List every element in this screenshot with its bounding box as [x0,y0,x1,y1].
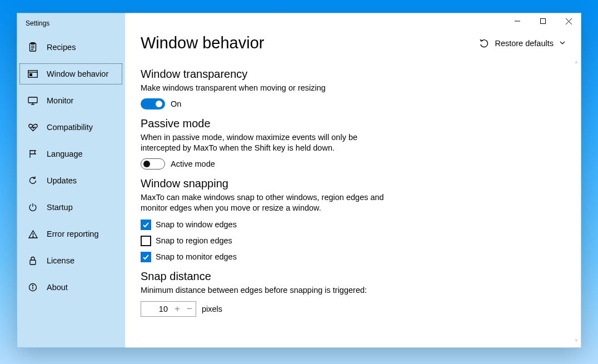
sidebar-item-window-behavior[interactable]: Window behavior [17,61,125,87]
sidebar-item-label: Startup [47,203,73,212]
distance-desc: Minimum distance between edges before sn… [141,285,387,296]
close-button[interactable] [556,13,581,29]
svg-point-17 [32,285,33,286]
page-title: Window behavior [141,34,479,52]
page-header: Window behavior Restore defaults [125,29,581,58]
snap-region-edges-checkbox[interactable] [141,236,151,246]
nav-list: Recipes Window behavior Monitor Compatib… [17,31,125,301]
transparency-toggle-label: On [171,99,181,108]
settings-window: Settings Recipes Window behavior Monitor [17,13,581,348]
flag-icon [27,149,39,158]
sidebar-item-error-reporting[interactable]: Error reporting [17,221,125,247]
snap-monitor-edges-checkbox[interactable] [141,252,151,262]
sidebar-item-label: Recipes [47,43,76,52]
monitor-icon [27,97,39,105]
sidebar-item-label: Error reporting [47,230,98,238]
sidebar-item-monitor[interactable]: Monitor [17,87,125,114]
snap-region-edges-label: Snap to region edges [156,236,232,245]
titlebar [125,13,581,29]
svg-rect-7 [29,73,32,76]
minimize-button[interactable] [505,13,530,29]
warning-icon [27,230,39,238]
content: Window transparency Make windows transpa… [125,58,403,317]
sidebar-item-language[interactable]: Language [17,141,125,167]
snapping-desc: MaxTo can make windows snap to other win… [141,192,387,214]
transparency-title: Window transparency [141,68,387,81]
sidebar-item-updates[interactable]: Updates [17,167,125,194]
refresh-icon [27,176,39,185]
sidebar-item-startup[interactable]: Startup [17,194,125,221]
sidebar-item-label: Language [47,149,83,158]
sidebar-item-license[interactable]: License [17,247,125,274]
maximize-button[interactable] [530,13,556,29]
restore-defaults-button[interactable]: Restore defaults [479,38,566,48]
sidebar-item-compatibility[interactable]: Compatibility [17,114,125,141]
transparency-desc: Make windows transparent when moving or … [141,83,387,94]
snap-window-edges-checkbox[interactable] [141,220,151,230]
passive-title: Passive mode [141,117,387,130]
lock-icon [27,256,39,265]
power-icon [27,203,39,212]
distance-unit-label: pixels [202,305,222,313]
heart-icon [27,123,39,132]
window-icon [27,70,39,78]
svg-rect-8 [28,97,37,103]
sidebar: Settings Recipes Window behavior Monitor [17,13,125,348]
snap-distance-value: 10 [141,305,171,313]
sidebar-item-recipes[interactable]: Recipes [17,34,125,61]
passive-toggle-label: Active mode [171,159,215,168]
sidebar-item-label: About [47,283,68,292]
clipboard-icon [27,42,39,52]
stepper-increment[interactable]: + [171,302,183,316]
svg-rect-15 [30,260,36,265]
scroll-up-arrow-icon[interactable]: ▲ [574,58,579,64]
sidebar-item-label: License [47,256,74,265]
chevron-down-icon [559,39,566,48]
snap-distance-stepper[interactable]: 10 + − [141,301,196,317]
sidebar-item-label: Monitor [47,96,73,105]
info-icon [27,283,39,292]
restore-defaults-label: Restore defaults [495,39,554,48]
sidebar-item-label: Window behavior [47,69,108,78]
svg-point-14 [32,236,33,237]
transparency-toggle[interactable] [141,98,165,109]
passive-desc: When in passive mode, window maximize ev… [141,132,387,154]
main-area: Window behavior Restore defaults Window … [125,13,581,348]
sidebar-item-label: Updates [47,176,77,185]
undo-icon [479,38,489,48]
snap-window-edges-label: Snap to window edges [156,220,237,229]
stepper-decrement[interactable]: − [183,302,196,316]
distance-title: Snap distance [141,270,387,283]
snapping-title: Window snapping [141,177,387,190]
sidebar-item-about[interactable]: About [17,274,125,301]
sidebar-item-label: Compatibility [47,123,93,132]
svg-rect-20 [541,19,546,24]
passive-toggle[interactable] [141,158,165,169]
scroll-down-arrow-icon[interactable]: ▼ [574,337,579,343]
snap-monitor-edges-label: Snap to monitor edges [156,252,237,261]
window-title: Settings [17,13,125,31]
